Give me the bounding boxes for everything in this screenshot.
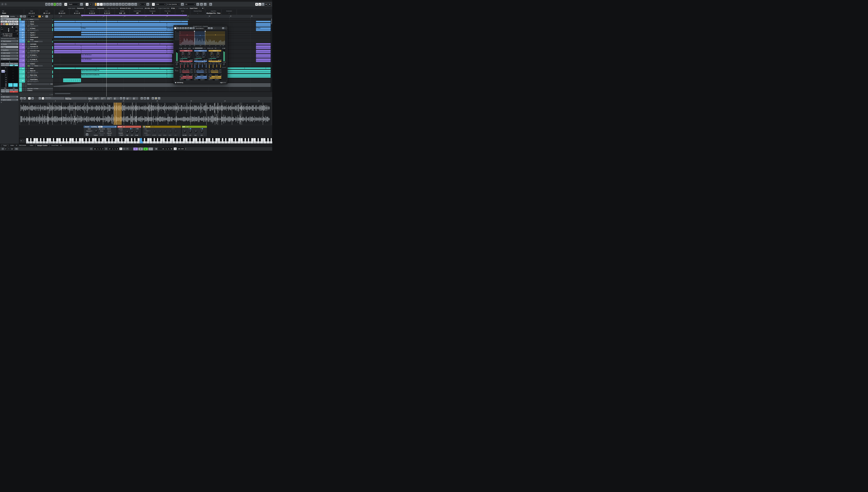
track-row-keys[interactable]: ⫶16msKeysRWeoVolume bbox=[19, 39, 53, 43]
read-button[interactable]: R bbox=[28, 65, 29, 67]
black-key[interactable] bbox=[272, 138, 272, 141]
mute-button[interactable]: m bbox=[25, 74, 27, 76]
solo-button[interactable]: s bbox=[28, 68, 30, 70]
read-button[interactable]: R bbox=[33, 48, 34, 49]
track-row-synth-2[interactable]: ▮14msSynth 2 bbox=[19, 34, 53, 36]
event-clip[interactable] bbox=[54, 36, 188, 38]
arrange-lane-acoustic-amp[interactable] bbox=[53, 49, 272, 54]
write-button[interactable]: W bbox=[34, 56, 35, 58]
lanes-icon[interactable]: ▥ bbox=[36, 52, 38, 53]
fader-listen-button[interactable]: L bbox=[1, 65, 9, 66]
preroll-icon[interactable]: ◉ bbox=[155, 148, 158, 150]
info-column[interactable]: Algorithmélastique Pro - Time bbox=[205, 9, 222, 15]
zoom-tool-icon[interactable]: ◯ bbox=[119, 3, 122, 6]
close-editor-icon[interactable]: ✕ bbox=[16, 145, 17, 146]
param-slider-rel[interactable] bbox=[184, 65, 184, 69]
band-power-icon[interactable]: ◔ bbox=[212, 50, 213, 51]
event-clip[interactable]: E Piano bbox=[256, 27, 272, 31]
black-key[interactable] bbox=[74, 138, 76, 141]
pitch-fine-knob[interactable] bbox=[126, 130, 129, 133]
arrange-lane-piano[interactable] bbox=[53, 23, 272, 27]
arrange-lane[interactable] bbox=[53, 87, 272, 92]
edit-channel-icon[interactable]: e bbox=[32, 65, 32, 66]
read-button[interactable]: R bbox=[33, 56, 34, 58]
info-column[interactable]: Invert PhaseOff bbox=[130, 9, 145, 15]
sc-power-icon[interactable]: ◔ bbox=[194, 74, 195, 75]
amp-volume-knob[interactable] bbox=[183, 130, 187, 133]
mute-button[interactable]: m bbox=[25, 27, 27, 29]
arrange-lane-e-piano[interactable]: E PianoE PianoE Piano bbox=[53, 27, 272, 31]
black-key[interactable] bbox=[38, 138, 40, 141]
coarse-field[interactable]: 0 semi bbox=[119, 134, 124, 136]
event-clip[interactable] bbox=[54, 23, 81, 27]
sc-send-select[interactable]: Squasher ▾ bbox=[213, 79, 221, 80]
undo-icon[interactable]: ↺ bbox=[1, 3, 4, 5]
automation-s-button[interactable]: S bbox=[48, 3, 51, 6]
threshold-down-handle[interactable] bbox=[190, 60, 190, 61]
read-button[interactable]: R bbox=[34, 30, 34, 31]
param-slider-gate[interactable] bbox=[220, 65, 221, 69]
cycle-region[interactable] bbox=[81, 15, 187, 16]
mute-button[interactable]: m bbox=[25, 70, 27, 72]
info-column[interactable]: Fade-Out0. 0. 0. 0 bbox=[100, 9, 115, 15]
mute-button[interactable]: m bbox=[25, 43, 27, 45]
ab-a-button[interactable]: A bbox=[28, 97, 31, 100]
slice-selection[interactable] bbox=[114, 103, 122, 125]
play-tool-icon[interactable]: ◂ bbox=[131, 3, 134, 6]
sc-power-icon[interactable]: ◔ bbox=[180, 74, 180, 75]
pan-lfo1-badge[interactable]: 1 bbox=[200, 128, 201, 129]
info-column[interactable]: Volume0.00dB bbox=[115, 9, 130, 15]
write-button[interactable]: W bbox=[34, 48, 35, 49]
filter-shape-select[interactable]: LP24 ▼ bbox=[144, 134, 151, 136]
lanes-icon[interactable]: ▥ bbox=[37, 81, 38, 82]
write-button[interactable]: W bbox=[25, 19, 26, 20]
record-enable-button[interactable]: ● bbox=[28, 26, 29, 27]
freeze-icon[interactable]: ∞ bbox=[32, 52, 32, 53]
autoscroll-icon[interactable]: ⇥ bbox=[85, 3, 89, 6]
event-clip[interactable] bbox=[81, 23, 167, 27]
lfo1-badge[interactable]: 1 bbox=[130, 128, 131, 129]
track-row-e-piano[interactable]: ▮12msE Piano●◀e▮▯RW▥ bbox=[19, 27, 53, 32]
black-key[interactable] bbox=[132, 138, 134, 141]
info-column[interactable]: Fade-In0. 0. 0. 0 bbox=[84, 9, 100, 15]
black-key[interactable] bbox=[243, 138, 245, 141]
event-clip[interactable] bbox=[256, 54, 272, 58]
automation-m-button[interactable]: M bbox=[45, 3, 48, 6]
arrange-lane-keys[interactable] bbox=[53, 38, 272, 43]
band-level-line-3[interactable] bbox=[205, 35, 225, 35]
param-slider-drive[interactable] bbox=[217, 65, 217, 69]
black-key[interactable] bbox=[233, 138, 235, 141]
mute-button[interactable]: m bbox=[25, 54, 27, 56]
slice-mode-select[interactable]: Transient ▼ bbox=[85, 130, 93, 132]
amp-pan-knob[interactable] bbox=[194, 130, 198, 133]
automation-panel-icon[interactable]: e bbox=[80, 3, 83, 6]
solo-button[interactable]: s bbox=[28, 78, 30, 80]
arrange-lane-synth-2[interactable] bbox=[53, 34, 272, 36]
freeze-icon[interactable]: ∞ bbox=[32, 56, 32, 58]
keyboard-keys[interactable]: C-2C-1C0C1C2C3C3C4C5C6C7C8 bbox=[26, 138, 272, 144]
sample-waveform-display[interactable] bbox=[21, 103, 271, 125]
mute-button[interactable]: m bbox=[25, 68, 27, 70]
tempo-display[interactable]: 105.000 bbox=[177, 148, 185, 150]
band-level-handle[interactable] bbox=[215, 34, 216, 35]
pan-lfo2-badge[interactable]: 2 bbox=[202, 128, 203, 129]
info-column[interactable]: End20. 1. 1. 0 bbox=[39, 9, 54, 15]
black-key[interactable] bbox=[77, 138, 79, 141]
event-clip[interactable] bbox=[54, 27, 81, 31]
bypass-dot-icon[interactable] bbox=[34, 97, 36, 99]
freeze-icon[interactable]: ∞ bbox=[32, 48, 32, 49]
track-preset-row[interactable]: ◇ No Track Preset↺ bbox=[1, 33, 18, 35]
solo-button[interactable]: s bbox=[28, 43, 30, 45]
warp-icon[interactable]: ⫽ bbox=[158, 97, 160, 100]
color-menu[interactable]: ◐▼ bbox=[140, 3, 146, 6]
edit-channel-icon[interactable]: e bbox=[31, 30, 31, 31]
plugin-write-button[interactable]: W bbox=[182, 27, 184, 29]
track-preset-icon[interactable]: ⎗ bbox=[23, 15, 26, 18]
editor-ruler[interactable]: 05101520253035 bbox=[21, 100, 271, 103]
read-button[interactable]: R bbox=[28, 41, 29, 42]
toolbar-setup-gear-icon[interactable]: ⊛ bbox=[268, 3, 271, 6]
punch-out-icon[interactable]: ⇡ bbox=[126, 148, 129, 150]
audio-activity-select[interactable]: ∿▼ bbox=[8, 148, 11, 150]
read-button[interactable]: R bbox=[33, 61, 34, 62]
fader-keyboard-icon[interactable]: ▮▯▮ bbox=[9, 65, 18, 66]
